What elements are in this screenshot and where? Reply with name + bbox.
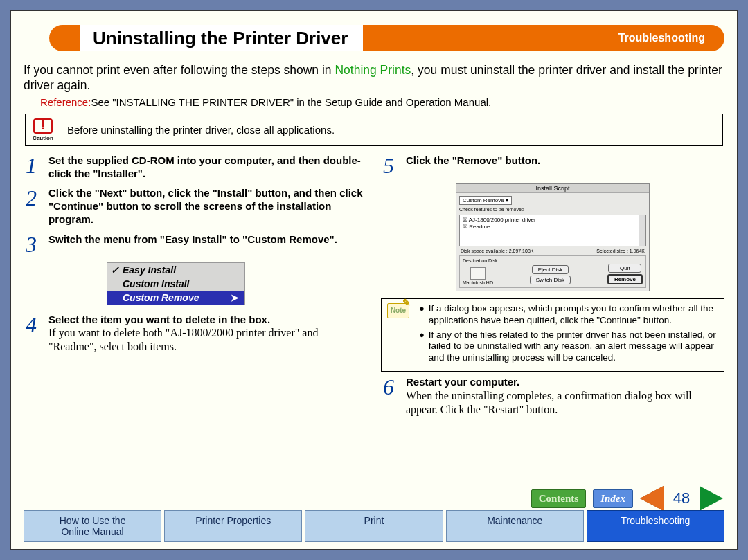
step-number: 1 <box>24 154 39 181</box>
list-item: Readme <box>469 224 490 230</box>
dialog-check-label: Check features to be removed <box>459 207 646 212</box>
step-text: Click the "Next" button, click the "Inst… <box>48 187 363 225</box>
note-icon: Note <box>387 303 412 367</box>
nothing-prints-link[interactable]: Nothing Prints <box>335 63 411 77</box>
step-text: Set the supplied CD-ROM into your comput… <box>48 154 361 179</box>
reference-label: Reference: <box>40 96 91 108</box>
step-detail: When the uninstalling completes, a confi… <box>406 390 692 415</box>
step-6: 6 Restart your computer. When the uninst… <box>381 376 724 417</box>
note-box: Note ●If a dialog box appears, which pro… <box>381 298 724 372</box>
step-text: Select the item you want to delete in th… <box>48 314 270 325</box>
intro-prefix: If you cannot print even after following… <box>24 63 335 77</box>
install-script-dialog: Install Script Custom Remove ▾ Check fea… <box>456 183 650 291</box>
contents-button[interactable]: Contents <box>531 489 587 508</box>
disk-name: Macintosh HD <box>463 280 493 285</box>
eject-disk-button: Eject Disk <box>532 265 569 274</box>
step-number: 2 <box>24 187 39 226</box>
note-item: If any of the files related to the print… <box>429 329 718 365</box>
note-label: Note <box>387 303 409 318</box>
tab-maintenance[interactable]: Maintenance <box>446 510 584 542</box>
tab-printer-properties[interactable]: Printer Properties <box>164 510 302 542</box>
caution-icon: ! Caution <box>31 118 55 141</box>
columns: 1 Set the supplied CD-ROM into your comp… <box>24 154 724 424</box>
page-container: Uninstalling the Printer Driver Troubles… <box>10 10 738 550</box>
step-4: 4 Select the item you want to delete in … <box>24 314 367 354</box>
list-item: AJ-1800/2000 printer driver <box>469 217 536 223</box>
prev-page-arrow-icon[interactable] <box>640 486 664 511</box>
step-number: 6 <box>381 376 396 417</box>
remove-button: Remove <box>607 274 643 284</box>
caution-text: Before uninstalling the printer driver, … <box>67 124 335 136</box>
dialog-titlebar: Install Script <box>456 184 649 193</box>
nav-row: Contents Index 48 <box>531 486 723 511</box>
reference-line: Reference:See "INSTALLING THE PRINTER DR… <box>40 96 724 108</box>
step-1: 1 Set the supplied CD-ROM into your comp… <box>24 154 367 181</box>
step-number: 4 <box>24 314 39 354</box>
caution-label: Caution <box>31 135 55 141</box>
page-number: 48 <box>670 489 693 507</box>
note-item: If a dialog box appears, which prompts y… <box>429 303 718 327</box>
disk-icon: Macintosh HD <box>463 267 493 285</box>
right-column: 5 Click the "Remove" button. Install Scr… <box>381 154 724 424</box>
scrollbar <box>639 215 645 246</box>
step-number: 3 <box>24 233 39 255</box>
dialog-title: Install Script <box>531 185 573 192</box>
index-button[interactable]: Index <box>593 489 633 508</box>
reference-text: See "INSTALLING THE PRINTER DRIVER" in t… <box>91 96 491 108</box>
selected-size: Selected size : 1,964K <box>596 249 645 253</box>
menu-item-custom-install: Custom Install <box>107 277 244 291</box>
install-menu-mock: Easy Install Custom Install Custom Remov… <box>107 262 245 305</box>
menu-item-easy: Easy Install <box>107 263 244 277</box>
intro-text: If you cannot print even after following… <box>24 63 724 93</box>
content-area: If you cannot print even after following… <box>24 63 724 476</box>
section-label: Troubleshooting <box>618 32 705 44</box>
step-text: Switch the menu from "Easy Install" to "… <box>48 233 337 245</box>
step-3: 3 Switch the menu from "Easy Install" to… <box>24 233 367 255</box>
menu-item-label: Custom Remove <box>123 292 199 303</box>
dialog-dropdown: Custom Remove ▾ <box>459 196 512 205</box>
step-detail: If you want to delete both "AJ-1800/2000… <box>48 327 318 352</box>
step-2: 2 Click the "Next" button, click the "In… <box>24 187 367 226</box>
step-text: Click the "Remove" button. <box>406 154 540 166</box>
step-number: 5 <box>381 154 396 177</box>
caution-box: ! Caution Before uninstalling the printe… <box>25 114 723 146</box>
page-title: Uninstalling the Printer Driver <box>80 25 363 51</box>
destination-panel: Destination Disk Macintosh HD Eject Disk… <box>459 255 646 288</box>
left-column: 1 Set the supplied CD-ROM into your comp… <box>24 154 367 424</box>
step-text: Restart your computer. <box>406 376 519 388</box>
quit-button: Quit <box>608 264 641 273</box>
bottom-tabs: How to Use the Online Manual Printer Pro… <box>24 510 724 542</box>
disk-available: Disk space available : 2,097,108K <box>461 249 533 253</box>
menu-item-custom-remove: Custom Remove ➤ <box>107 291 244 305</box>
step-5: 5 Click the "Remove" button. <box>381 154 724 177</box>
next-page-arrow-icon[interactable] <box>700 486 723 511</box>
header-bar: Uninstalling the Printer Driver Troubles… <box>49 25 724 51</box>
tab-how-to-use[interactable]: How to Use the Online Manual <box>24 510 161 542</box>
cursor-icon: ➤ <box>231 292 239 303</box>
tab-troubleshooting[interactable]: Troubleshooting <box>587 510 724 542</box>
tab-print[interactable]: Print <box>305 510 443 542</box>
dest-label: Destination Disk <box>463 258 643 263</box>
dialog-listbox: ☒ AJ-1800/2000 printer driver ☒ Readme <box>459 215 646 246</box>
switch-disk-button: Switch Disk <box>530 276 571 284</box>
note-list: ●If a dialog box appears, which prompts … <box>419 303 718 367</box>
